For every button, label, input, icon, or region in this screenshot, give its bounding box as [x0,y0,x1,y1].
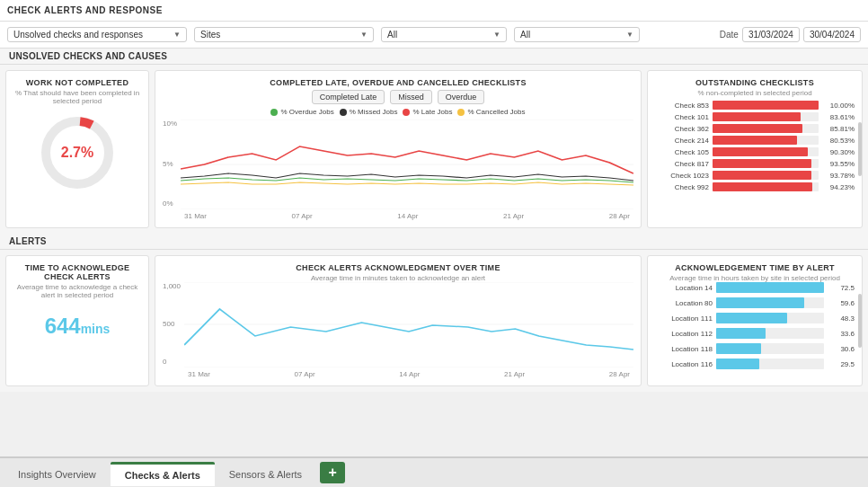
ack-bar-fill [716,282,824,293]
ack-chart-container: 1,000 500 0 31 Mar 07 Apr 14 Apr 21 Apr [163,282,633,378]
upper-section: WORK NOT COMPLETED % That should have be… [0,65,868,234]
chevron-down-icon: ▼ [493,31,500,39]
tab-checks-alerts[interactable]: Checks & Alerts [111,462,215,486]
bar-container [713,101,819,110]
line-chart-container: 10% 5% 0% [163,120,633,220]
overdue-dot [270,109,278,116]
ack-bar-row: Location 111 48.3 [655,313,855,323]
missed-btn[interactable]: Missed [390,90,432,104]
unsolved-checks-dropdown[interactable]: Unsolved checks and responses ▼ [7,27,187,42]
ack-bar-fill [716,359,759,369]
y-axis: 10% 5% 0% [163,120,181,220]
ack-bar-row: Location 116 29.5 [655,359,855,369]
overdue-btn[interactable]: Overdue [438,90,485,104]
top-bar: CHECK ALERTS AND RESPONSE [0,0,868,22]
ack-bar-container [716,343,824,354]
outstanding-table: Check 853 10.00% Check 101 83.61% Check … [655,101,855,191]
ack-bar-label: Location 111 [655,314,713,323]
ack-bar-label: Location 112 [655,330,713,338]
ack-bar-label: Location 116 [655,360,713,368]
outstanding-label: Check 101 [655,113,709,121]
bar-fill [713,124,802,133]
chevron-down-icon: ▼ [360,31,368,39]
ack-bar-label: Location 14 [655,284,713,292]
date-to-input[interactable]: 30/04/2024 [803,27,861,42]
missed-dot [340,109,347,116]
outstanding-row: Check 105 90.30% [655,147,855,156]
tab-sensors-alerts[interactable]: Sensors & Alerts [215,462,316,485]
tab-add-button[interactable]: + [320,462,345,483]
outstanding-row: Check 1023 93.78% [655,171,855,180]
ack-over-time-title: CHECK ALERTS ACKNOWLEDGMENT OVER TIME [163,263,633,272]
ack-over-time-subtitle: Average time in minutes taken to acknowl… [163,274,633,282]
donut-chart: 2.7% [37,112,118,193]
legend-cancelled: % Cancelled Jobs [457,108,525,116]
bar-value: 85.81% [822,125,855,133]
completed-late-card: COMPLETED LATE, OVERDUE AND CANCELLED CH… [155,70,642,228]
legend-missed: % Missed Jobs [340,108,398,116]
ack-bar-value: 33.6 [828,330,855,338]
bar-value: 94.23% [822,183,855,191]
ack-bar-container [716,359,824,369]
ack-bar-value: 29.5 [828,360,855,368]
chevron-down-icon: ▼ [173,31,181,39]
ack-x-axis: 31 Mar 07 Apr 14 Apr 21 Apr 28 Apr [184,370,633,378]
ack-bar-row: Location 14 72.5 [655,282,855,293]
outstanding-label: Check 853 [655,102,709,110]
outstanding-row: Check 853 10.00% [655,101,855,110]
ack-bar-container [716,282,824,293]
bar-container [713,171,819,180]
filter-buttons: Completed Late Missed Overdue [163,90,633,104]
line-chart-area: 31 Mar 07 Apr 14 Apr 21 Apr 28 Apr [181,120,633,220]
outstanding-title: OUTSTANDING CHECKLISTS [655,78,855,87]
ack-scrollbar-thumb[interactable] [858,294,862,348]
all-dropdown-2[interactable]: All ▼ [514,27,640,42]
ack-by-alert-title: ACKNOWLEDGEMENT TIME BY ALERT [655,263,855,272]
time-to-ack-title: TIME TO ACKNOWLEDGE CHECK ALERTS [13,263,141,281]
outstanding-label: Check 992 [655,183,709,191]
ack-bar-row: Location 112 33.6 [655,328,855,339]
ack-bar-container [716,297,824,308]
ack-bar-fill [716,313,787,323]
ack-bar-table: Location 14 72.5 Location 80 59.6 Locati… [655,282,855,369]
filter-bar: Unsolved checks and responses ▼ Sites ▼ … [0,22,868,49]
bar-container [713,182,819,191]
work-not-completed-card: WORK NOT COMPLETED % That should have be… [5,70,149,228]
outstanding-subtitle: % non-completed in selected period [655,89,855,97]
bar-container [713,112,819,121]
outstanding-card: OUTSTANDING CHECKLISTS % non-completed i… [647,70,863,228]
outstanding-row: Check 362 85.81% [655,124,855,133]
donut-value: 2.7% [61,145,93,161]
ack-bar-fill [716,297,804,308]
bar-value: 10.00% [822,102,855,110]
ack-bar-fill [716,343,761,354]
bar-value: 93.55% [822,160,855,168]
scrollbar-thumb[interactable] [858,122,862,176]
all-dropdown-1[interactable]: All ▼ [381,27,507,42]
legend-late: % Late Jobs [403,108,452,116]
ack-bar-label: Location 80 [655,299,713,307]
bar-fill [713,136,797,145]
time-to-ack-subtitle: Average time to acknowledge a check aler… [13,283,141,299]
outstanding-row: Check 214 80.53% [655,136,855,145]
bar-fill [713,159,811,168]
date-from-input[interactable]: 31/03/2024 [742,27,800,42]
ack-bar-value: 48.3 [828,314,855,323]
ack-by-alert-subtitle: Average time in hours taken by site in s… [655,274,855,282]
tab-insights-overview[interactable]: Insights Overview [4,462,111,485]
completed-late-btn[interactable]: Completed Late [312,90,385,104]
outstanding-label: Check 105 [655,148,709,156]
bar-fill [713,147,808,156]
ack-bar-container [716,328,824,339]
x-axis: 31 Mar 07 Apr 14 Apr 21 Apr 28 Apr [181,212,633,220]
date-group: Date 31/03/2024 30/04/2024 [720,27,861,42]
outstanding-label: Check 1023 [655,172,709,180]
alerts-section: TIME TO ACKNOWLEDGE CHECK ALERTS Average… [0,250,868,392]
late-dot [403,109,410,116]
legend-overdue: % Overdue Jobs [270,108,333,116]
work-card-subtitle: % That should have been completed in sel… [13,89,141,105]
outstanding-label: Check 214 [655,137,709,145]
outstanding-row: Check 817 93.55% [655,159,855,168]
sites-dropdown[interactable]: Sites ▼ [194,27,374,42]
bar-container [713,124,819,133]
